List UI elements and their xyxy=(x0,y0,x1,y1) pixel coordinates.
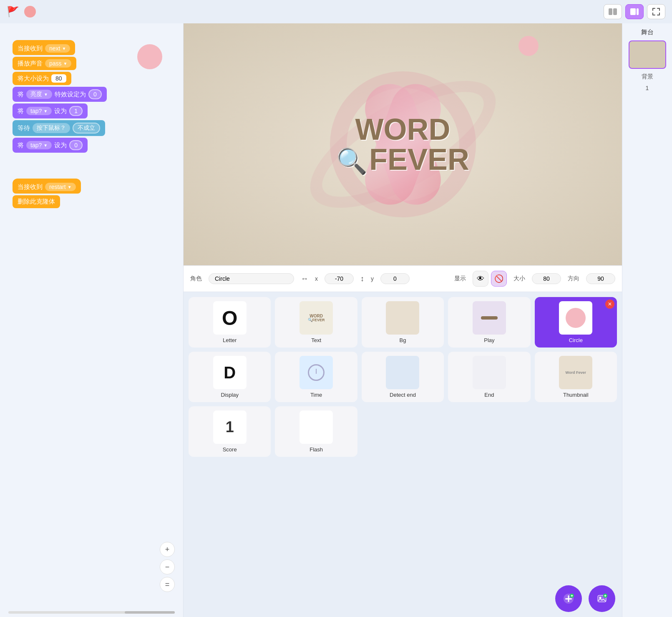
score-thumb: 1 xyxy=(213,410,247,444)
block-text-set2: 将 xyxy=(18,107,24,115)
fullscreen-button[interactable] xyxy=(647,4,665,19)
bg-thumb xyxy=(386,301,419,335)
size-input[interactable] xyxy=(532,273,561,284)
play-thumb xyxy=(473,301,506,335)
stage-canvas: WORD 🔍FEVER xyxy=(184,23,622,265)
add-backdrop-button[interactable] xyxy=(589,585,615,612)
sprite-card-letter[interactable]: O Letter xyxy=(189,297,271,348)
score-number: 1 xyxy=(226,418,234,436)
block-pill-next[interactable]: next ▼ xyxy=(45,44,70,53)
layout-editor-button[interactable] xyxy=(625,4,644,19)
block-pill-tap1[interactable]: tap? ▼ xyxy=(26,107,52,115)
x-input[interactable] xyxy=(325,273,354,284)
visibility-buttons: 👁 🚫 xyxy=(473,271,507,287)
role-label: 角色 xyxy=(190,275,202,282)
sprite-card-text[interactable]: WORD 🔍FEVER Text xyxy=(275,297,357,348)
y-arrow-icon: ↕ xyxy=(360,275,364,283)
block-text-restart: 当接收到 xyxy=(18,183,43,191)
block-not: 不成立 xyxy=(73,123,100,133)
block-wait-until[interactable]: 等待 按下鼠标？ 不成立 xyxy=(13,120,105,136)
sprite-card-end[interactable]: End xyxy=(448,352,530,402)
scrollbar-thumb[interactable] xyxy=(125,611,175,614)
backdrop-number: 1 xyxy=(646,85,649,91)
block-value-80: 80 xyxy=(51,74,66,83)
sprites-section: O Letter WORD 🔍FEVER Text xyxy=(184,292,622,580)
show-visible-button[interactable]: 👁 xyxy=(473,271,488,287)
letter-name: Letter xyxy=(223,337,237,343)
block-pill-pass[interactable]: pass ▼ xyxy=(45,59,71,68)
y-input[interactable] xyxy=(380,273,410,284)
block-text-effect: 特效设定为 xyxy=(55,91,86,98)
sprite-card-circle[interactable]: ✕ Circle xyxy=(535,297,617,348)
block-text: 当接收到 xyxy=(18,45,43,53)
toolbar-left: 🚩 xyxy=(7,6,36,18)
text-thumb-content: WORD 🔍FEVER xyxy=(308,314,325,322)
block-pill-restart[interactable]: restart ▼ xyxy=(45,183,76,191)
svg-rect-0 xyxy=(609,8,612,15)
end-thumb xyxy=(473,356,506,389)
clock-hand xyxy=(316,369,317,374)
backdrop-label: 背景 xyxy=(642,73,653,81)
add-sprite-button[interactable] xyxy=(555,585,582,612)
block-set-size[interactable]: 将大小设为 80 xyxy=(13,72,71,85)
block-when-receive-next[interactable]: 当接收到 next ▼ xyxy=(13,40,75,55)
properties-bar: 角色 ↔ x ↕ y 显示 👁 🚫 大小 方向 xyxy=(184,265,622,292)
block-when-receive-restart[interactable]: 当接收到 restart ▼ xyxy=(13,179,81,194)
zoom-out-button[interactable]: − xyxy=(160,559,175,574)
svg-rect-1 xyxy=(613,8,617,15)
block-pill-tap2[interactable]: tap? ▼ xyxy=(26,141,52,149)
sprite-name-input[interactable] xyxy=(209,273,294,284)
stage-thumbnail[interactable] xyxy=(629,40,666,69)
block-value-0: 0 xyxy=(69,140,83,150)
block-delete-clone[interactable]: 删除此克隆体 xyxy=(13,195,60,208)
sprite-card-flash[interactable]: Flash xyxy=(275,406,357,457)
block-set-tap-1[interactable]: 将 tap? ▼ 设为 1 xyxy=(13,103,88,118)
size-label: 大小 xyxy=(513,275,525,282)
right-panel: 舞台 背景 1 xyxy=(622,23,672,617)
block-set-effect[interactable]: 将 亮度 ▼ 特效设定为 0 xyxy=(13,87,107,102)
zoom-in-button[interactable]: + xyxy=(160,542,175,557)
sprite-card-score[interactable]: 1 Score xyxy=(189,406,271,457)
green-flag-button[interactable]: 🚩 xyxy=(7,6,19,18)
scrollbar-track xyxy=(8,611,175,614)
center-panel: WORD 🔍FEVER 角色 ↔ x ↕ y 显示 👁 🚫 大小 方向 xyxy=(184,23,622,617)
sprite-card-bg[interactable]: Bg xyxy=(362,297,444,348)
circle-icon xyxy=(566,308,586,328)
main-layout: 当接收到 next ▼ 播放声音 pass ▼ 将大小设为 80 将 亮度 ▼ … xyxy=(0,23,672,617)
block-play-sound[interactable]: 播放声音 pass ▼ xyxy=(13,57,76,70)
end-name: End xyxy=(484,392,494,398)
sprite-card-thumbnail[interactable]: Word Fever Thumbnail xyxy=(535,352,617,402)
sprite-card-display[interactable]: D Display xyxy=(189,352,271,402)
code-panel: 当接收到 next ▼ 播放声音 pass ▼ 将大小设为 80 将 亮度 ▼ … xyxy=(0,23,184,617)
zoom-reset-button[interactable]: = xyxy=(160,577,175,592)
time-thumb xyxy=(300,356,333,389)
show-hidden-button[interactable]: 🚫 xyxy=(491,271,507,287)
stop-button[interactable] xyxy=(24,6,36,18)
block-text-wait: 等待 xyxy=(18,124,30,132)
text-name: Text xyxy=(311,337,321,343)
sprites-grid: O Letter WORD 🔍FEVER Text xyxy=(189,297,617,457)
stage-panel-title: 舞台 xyxy=(641,28,654,36)
bg-name: Bg xyxy=(400,337,406,343)
direction-input[interactable] xyxy=(586,273,615,284)
sprite-card-detect-end[interactable]: Detect end xyxy=(362,352,444,402)
block-text-setto: 设为 xyxy=(54,107,67,115)
top-bar: 🚩 xyxy=(0,0,672,23)
delete-circle-badge[interactable]: ✕ xyxy=(605,300,614,309)
x-arrow-icon: ↔ xyxy=(301,275,308,283)
game-title: WORD 🔍FEVER xyxy=(336,114,469,174)
magnifier-icon: 🔍 xyxy=(336,149,367,174)
circle-thumb xyxy=(559,301,592,335)
sprite-card-time[interactable]: Time xyxy=(275,352,357,402)
block-group-2: 当接收到 restart ▼ 删除此克隆体 xyxy=(13,179,171,208)
layout-split-button[interactable] xyxy=(604,4,622,19)
thumbnail-text: Word Fever xyxy=(566,370,586,375)
block-text: 播放声音 xyxy=(18,60,43,68)
detect-thumb xyxy=(386,356,419,389)
block-set-tap-0[interactable]: 将 tap? ▼ 设为 0 xyxy=(13,138,88,153)
block-condition-mouse[interactable]: 按下鼠标？ xyxy=(33,123,70,133)
block-pill-brightness[interactable]: 亮度 ▼ xyxy=(26,90,52,99)
sprite-card-play[interactable]: Play xyxy=(448,297,530,348)
svg-rect-6 xyxy=(568,595,569,602)
display-name: Display xyxy=(221,392,239,398)
